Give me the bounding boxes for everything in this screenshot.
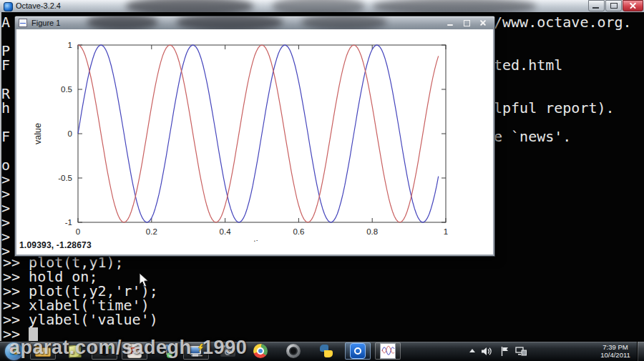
- clock-time: 7:39 PM: [597, 343, 634, 351]
- taskbar-capture-tool-button[interactable]: [92, 342, 117, 360]
- taskbar-powerpoint-button[interactable]: P: [122, 342, 147, 360]
- terminal-cursor: [29, 327, 38, 341]
- capture-tool-icon: [97, 345, 112, 357]
- figure-window-icon: [19, 19, 27, 27]
- minimize-button[interactable]: [588, 0, 605, 11]
- camera-icon: [220, 345, 235, 357]
- y-axis-label: value: [33, 123, 43, 144]
- folder-icon: [35, 346, 51, 357]
- remote-desktop-icon: [188, 344, 204, 358]
- terminal-left-char: A: [1, 15, 10, 29]
- pin-icon: [158, 344, 174, 358]
- curve-blue: [78, 45, 439, 222]
- y-tick-label: 0.5: [61, 85, 72, 94]
- taskbar-chrome-button[interactable]: [248, 342, 273, 360]
- flag-icon: [501, 347, 509, 356]
- desktop-screen: Octave-3.2.4 APFRhFo>>>>>>/www.octave.or…: [0, 0, 644, 361]
- figure-titlebar[interactable]: Figure 1: [15, 16, 494, 29]
- cursor-coordinates-status: 1.09393, -1.28673: [19, 240, 92, 250]
- octave-icon: [350, 343, 366, 359]
- powerpoint-icon: P: [127, 344, 142, 358]
- terminal-command-line: >> ylabel('value'): [3, 312, 158, 327]
- taskbar-python-button[interactable]: [313, 342, 339, 360]
- taskbar-sticky-notes-button[interactable]: [62, 342, 87, 360]
- terminal-right-fragment: ted.html: [494, 58, 562, 72]
- network-icon: [515, 347, 527, 356]
- taskbar-octave-button[interactable]: [345, 342, 371, 360]
- minimize-icon: [447, 24, 453, 26]
- terminal-prompt: >>: [3, 327, 20, 341]
- close-button[interactable]: [623, 0, 643, 11]
- taskbar-camera-button[interactable]: [215, 342, 240, 360]
- titlebar-blur-artifact: [87, 16, 158, 29]
- tray-expand-button[interactable]: [469, 346, 475, 352]
- figure-minimize-button[interactable]: [444, 19, 456, 27]
- figure-canvas[interactable]: 00.20.40.60.8110.50-0.5-1timevalue 1.093…: [16, 29, 493, 254]
- figure-window: Figure 1 00.20.40.60.8110.50-0.5-1timeva…: [14, 16, 495, 257]
- plot-svg[interactable]: 00.20.40.60.8110.50-0.5-1timevalue: [16, 29, 493, 242]
- titlebar-blur-artifact: [301, 16, 387, 29]
- volume-button[interactable]: [482, 347, 492, 357]
- terminal-right-fragment: lpful report).: [494, 101, 615, 115]
- x-tick-label: 0.4: [220, 227, 232, 236]
- x-tick-label: 0.2: [146, 227, 157, 236]
- show-desktop-button[interactable]: [637, 342, 644, 361]
- y-tick-label: -1: [65, 218, 72, 227]
- terminal-left-char: F: [1, 58, 10, 72]
- minimize-icon: [592, 7, 599, 9]
- figure-close-button[interactable]: [477, 19, 489, 27]
- terminal-left-char: >: [1, 201, 10, 215]
- terminal-right-fragment: e `news'.: [494, 129, 571, 144]
- taskbar-webcam-button[interactable]: [280, 342, 306, 360]
- clock-date: 10/4/2011: [597, 351, 634, 359]
- terminal-left-char: >: [1, 215, 10, 229]
- start-button[interactable]: [3, 342, 24, 360]
- terminal-left-char: P: [1, 44, 10, 58]
- terminal-left-char: h: [1, 101, 10, 115]
- maximize-icon: [610, 3, 618, 9]
- network-button[interactable]: [515, 347, 527, 357]
- action-center-button[interactable]: [501, 347, 509, 357]
- taskbar-pin-app-button[interactable]: [153, 342, 179, 360]
- octave-app-icon: [4, 2, 13, 11]
- taskbar-remote-desktop-button[interactable]: [183, 342, 209, 360]
- taskbar: P: [0, 341, 644, 361]
- terminal-command-line: >> xlabel('time'): [3, 298, 150, 312]
- titlebar-blur-artifact: [372, 0, 537, 13]
- x-tick-label: 1: [444, 227, 448, 236]
- y-tick-label: -0.5: [58, 174, 72, 182]
- webcam-icon: [286, 344, 301, 358]
- windows-logo-icon: [5, 342, 23, 360]
- speaker-icon: [482, 347, 492, 356]
- maximize-icon: [464, 20, 470, 26]
- x-axis-label: time: [253, 239, 270, 242]
- mouse-pointer-icon: [139, 273, 150, 288]
- taskbar-explorer-button[interactable]: [30, 342, 56, 360]
- terminal-command-line: >> plot(t,y1);: [3, 255, 124, 269]
- titlebar-blur-artifact: [272, 0, 365, 13]
- terminal-right-fragment: /www.octave.org.: [494, 15, 632, 29]
- figure-maximize-button[interactable]: [461, 19, 472, 27]
- x-tick-label: 0: [76, 227, 80, 236]
- chrome-icon: [253, 344, 268, 358]
- taskbar-clock[interactable]: 7:39 PM 10/4/2011: [597, 343, 634, 359]
- window-title: Octave-3.2.4: [16, 0, 61, 12]
- y-tick-label: 0: [68, 129, 72, 138]
- x-tick-label: 0.8: [366, 227, 378, 236]
- titlebar-blur-artifact: [125, 0, 254, 13]
- titlebar-blur-artifact: [176, 16, 283, 29]
- figure-plot-icon: [380, 343, 396, 359]
- taskbar-figure-button[interactable]: [375, 342, 401, 360]
- python-icon: [319, 344, 333, 358]
- terminal-left-char: R: [1, 86, 10, 101]
- sticky-notes-icon: [68, 345, 81, 357]
- terminal-left-char: >: [1, 187, 10, 201]
- chevron-up-icon: [469, 349, 475, 352]
- octave-window-titlebar[interactable]: Octave-3.2.4: [0, 0, 644, 13]
- y-tick-label: 1: [68, 41, 72, 49]
- curve-red: [78, 45, 439, 222]
- terminal-left-char: >: [1, 229, 10, 244]
- terminal-command-line: >> plot(t,y2,'r');: [3, 284, 158, 298]
- terminal-command-line: >> hold on;: [3, 269, 97, 284]
- maximize-button[interactable]: [605, 0, 622, 11]
